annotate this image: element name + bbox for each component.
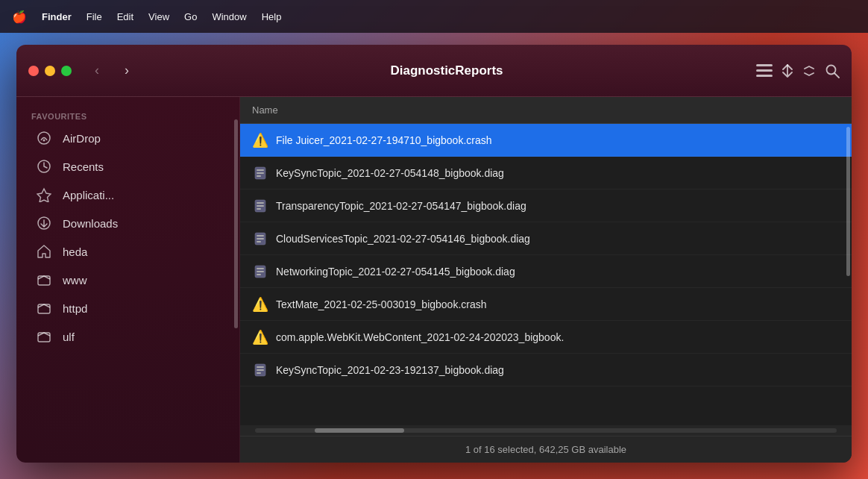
sidebar-ulf-label: ulf	[63, 331, 75, 343]
traffic-lights	[28, 66, 72, 76]
sidebar: Favourites AirDrop	[16, 97, 240, 463]
sidebar-recents-label: Recents	[63, 160, 104, 173]
file-row[interactable]: ⚠️ com.apple.WebKit.WebContent_2021-02-2…	[240, 321, 852, 354]
file-list: ⚠️ File Juicer_2021-02-27-194710_bigbook…	[240, 124, 852, 425]
www-icon	[36, 272, 52, 288]
diag-icon-2	[252, 165, 268, 181]
file-name-4: CloudServicesTopic_2021-02-27-054146_big…	[276, 233, 530, 245]
file-row[interactable]: KeySyncTopic_2021-02-27-054148_bigbook.d…	[240, 157, 852, 190]
svg-rect-15	[257, 172, 264, 174]
sidebar-item-recents[interactable]: Recents	[21, 153, 235, 180]
sidebar-httpd-label: httpd	[63, 302, 87, 315]
diag-icon-8	[252, 362, 268, 378]
airdrop-icon	[36, 130, 52, 146]
file-name-5: NetworkingTopic_2021-02-27-054145_bigboo…	[276, 266, 515, 278]
sort-button[interactable]	[781, 64, 793, 78]
horizontal-scrollbar-track	[255, 428, 837, 433]
menu-go[interactable]: Go	[184, 11, 197, 22]
menu-window[interactable]: Window	[212, 11, 246, 22]
svg-rect-11	[38, 304, 50, 313]
sidebar-item-airdrop[interactable]: AirDrop	[21, 125, 235, 151]
forward-button[interactable]: ›	[116, 60, 137, 81]
svg-rect-1	[756, 69, 773, 72]
sidebar-item-applications[interactable]: Applicati...	[21, 181, 235, 208]
svg-rect-31	[257, 369, 264, 371]
file-name-7: com.apple.WebKit.WebContent_2021-02-24-2…	[276, 331, 564, 343]
svg-rect-27	[257, 271, 264, 272]
svg-rect-12	[38, 333, 50, 342]
file-row[interactable]: ⚠️ File Juicer_2021-02-27-194710_bigbook…	[240, 124, 852, 157]
svg-line-4	[835, 73, 840, 78]
svg-rect-18	[257, 202, 264, 204]
svg-point-6	[43, 140, 45, 142]
file-name-6: TextMate_2021-02-25-003019_bigbook.crash	[276, 298, 487, 310]
toolbar-right	[756, 63, 840, 78]
chevron-button[interactable]	[802, 64, 816, 78]
sidebar-scrollbar[interactable]	[234, 119, 238, 328]
httpd-icon	[36, 300, 52, 316]
file-name-3: TransparencyTopic_2021-02-27-054147_bigb…	[276, 200, 526, 212]
recents-icon	[36, 158, 52, 175]
downloads-icon	[36, 215, 52, 231]
menubar: 🍎 Finder File Edit View Go Window Help	[0, 0, 868, 33]
sidebar-item-httpd[interactable]: httpd	[21, 295, 235, 322]
back-button[interactable]: ‹	[87, 60, 107, 81]
file-scrollbar[interactable]	[846, 127, 850, 276]
diag-icon-3	[252, 198, 268, 214]
svg-rect-24	[257, 241, 261, 242]
svg-rect-0	[756, 64, 773, 66]
search-button[interactable]	[825, 63, 840, 78]
file-row[interactable]: TransparencyTopic_2021-02-27-054147_bigb…	[240, 190, 852, 222]
file-row[interactable]: NetworkingTopic_2021-02-27-054145_bigboo…	[240, 255, 852, 288]
list-view-button[interactable]	[756, 64, 773, 78]
status-bar: 1 of 16 selected, 642,25 GB available	[240, 436, 852, 463]
minimize-button[interactable]	[45, 66, 55, 76]
svg-rect-10	[38, 276, 50, 285]
heda-icon	[36, 243, 52, 260]
menu-help[interactable]: Help	[262, 11, 282, 22]
crash-icon-1: ⚠️	[252, 132, 268, 148]
status-text: 1 of 16 selected, 642,25 GB available	[465, 444, 626, 455]
diag-icon-5	[252, 263, 268, 280]
applications-icon	[36, 187, 52, 203]
close-button[interactable]	[28, 66, 39, 76]
svg-rect-2	[756, 75, 773, 77]
sidebar-item-heda[interactable]: heda	[21, 238, 235, 265]
file-name-2: KeySyncTopic_2021-02-27-054148_bigbook.d…	[276, 167, 504, 179]
svg-rect-30	[257, 366, 264, 368]
svg-rect-22	[257, 235, 264, 237]
finder-window: ‹ › DiagnosticReports	[16, 45, 852, 463]
main-content: Favourites AirDrop	[16, 97, 852, 463]
file-row[interactable]: KeySyncTopic_2021-02-23-192137_bigbook.d…	[240, 354, 852, 386]
horizontal-scrollbar-thumb[interactable]	[315, 428, 404, 433]
horizontal-scrollbar-container	[240, 425, 852, 436]
apple-menu[interactable]: 🍎	[12, 10, 27, 24]
file-list-header: Name	[240, 97, 852, 124]
sidebar-item-downloads[interactable]: Downloads	[21, 210, 235, 237]
sidebar-section-favourites: Favourites	[16, 106, 239, 124]
svg-rect-23	[257, 238, 264, 240]
sidebar-item-www[interactable]: www	[21, 266, 235, 293]
toolbar: ‹ › DiagnosticReports	[16, 45, 852, 97]
sidebar-www-label: www	[63, 274, 87, 287]
sidebar-airdrop-label: AirDrop	[63, 132, 101, 145]
window-title: DiagnosticReports	[146, 63, 747, 78]
menu-edit[interactable]: Edit	[117, 11, 133, 22]
menu-finder[interactable]: Finder	[42, 11, 72, 22]
sidebar-item-ulf[interactable]: ulf	[21, 323, 235, 350]
menu-file[interactable]: File	[87, 11, 102, 22]
maximize-button[interactable]	[61, 66, 72, 76]
menu-view[interactable]: View	[148, 11, 169, 22]
file-row[interactable]: CloudServicesTopic_2021-02-27-054146_big…	[240, 222, 852, 255]
sidebar-heda-label: heda	[63, 245, 87, 258]
file-name-8: KeySyncTopic_2021-02-23-192137_bigbook.d…	[276, 364, 504, 376]
svg-rect-32	[257, 372, 261, 374]
diag-icon-4	[252, 231, 268, 247]
svg-rect-26	[257, 268, 264, 269]
ulf-icon	[36, 328, 52, 345]
svg-rect-14	[257, 169, 264, 171]
svg-rect-19	[257, 205, 264, 207]
file-row[interactable]: ⚠️ TextMate_2021-02-25-003019_bigbook.cr…	[240, 288, 852, 321]
sidebar-applications-label: Applicati...	[63, 189, 114, 201]
file-area: Name ⚠️ File Juicer_2021-02-27-194710_bi…	[240, 97, 852, 463]
